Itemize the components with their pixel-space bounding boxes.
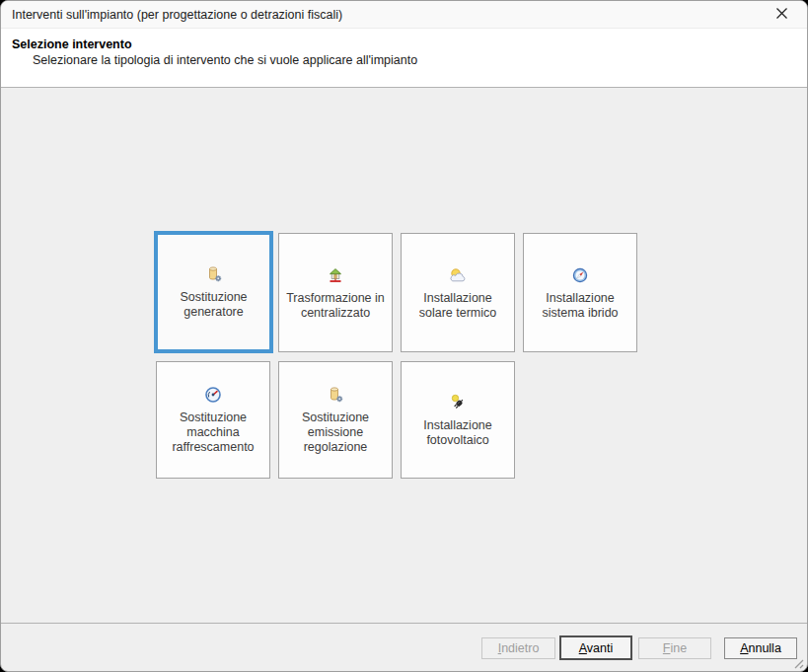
generator-boiler-gear-icon bbox=[325, 385, 346, 405]
tile-label: Sostituzione macchina raffrescamento bbox=[161, 411, 265, 455]
tile-label: Sostituzione generatore bbox=[162, 290, 265, 320]
tile-installazione-solare-termico[interactable]: Installazione solare termico bbox=[401, 233, 515, 352]
tile-label: Installazione fotovoltaico bbox=[405, 418, 510, 448]
plug-icon bbox=[447, 393, 469, 412]
tile-label: Trasformazione in centralizzato bbox=[283, 291, 388, 321]
footer-separator bbox=[1, 623, 807, 624]
sun-cloud-icon bbox=[447, 265, 469, 285]
tile-label: Installazione solare termico bbox=[405, 291, 510, 321]
close-icon bbox=[775, 7, 788, 23]
fine-button: Fine bbox=[638, 637, 711, 659]
title-bar[interactable]: Interventi sull'impianto (per progettazi… bbox=[1, 1, 807, 29]
tile-sostituzione-generatore[interactable]: Sostituzione generatore bbox=[154, 231, 273, 353]
tile-label: Installazione sistema ibrido bbox=[528, 291, 632, 321]
button-label: Indietro bbox=[498, 641, 540, 655]
tile-sostituzione-emissione-regolazione[interactable]: Sostituzione emissione regolazione bbox=[278, 361, 393, 479]
button-label: Avanti bbox=[579, 641, 614, 655]
generator-boiler-gear-icon bbox=[203, 264, 225, 284]
tile-sostituzione-macchina-raffrescamento[interactable]: Sostituzione macchina raffrescamento bbox=[156, 361, 270, 479]
wizard-header: Selezione intervento Selezionare la tipo… bbox=[1, 29, 807, 88]
page-title: Selezione intervento bbox=[12, 37, 132, 51]
button-label: Annulla bbox=[740, 641, 781, 655]
tile-label: Sostituzione emissione regolazione bbox=[283, 411, 388, 455]
avanti-button[interactable]: Avanti bbox=[559, 635, 632, 660]
annulla-button[interactable]: Annulla bbox=[724, 637, 797, 659]
close-button[interactable] bbox=[762, 1, 801, 29]
dialog-window: Interventi sull'impianto (per progettazi… bbox=[0, 0, 808, 672]
resize-grip-icon[interactable] bbox=[791, 655, 804, 668]
house-centralized-icon bbox=[325, 265, 346, 285]
button-label: Fine bbox=[663, 641, 687, 655]
tile-installazione-fotovoltaico[interactable]: Installazione fotovoltaico bbox=[401, 361, 515, 479]
tile-trasformazione-centralizzato[interactable]: Trasformazione in centralizzato bbox=[278, 233, 393, 352]
gauge-icon bbox=[202, 385, 224, 405]
tile-installazione-sistema-ibrido[interactable]: Installazione sistema ibrido bbox=[523, 233, 637, 352]
indietro-button: Indietro bbox=[481, 637, 555, 659]
window-title: Interventi sull'impianto (per progettazi… bbox=[12, 1, 342, 29]
page-subtitle: Selezionare la tipologia di intervento c… bbox=[33, 53, 417, 67]
compass-icon bbox=[569, 265, 591, 285]
